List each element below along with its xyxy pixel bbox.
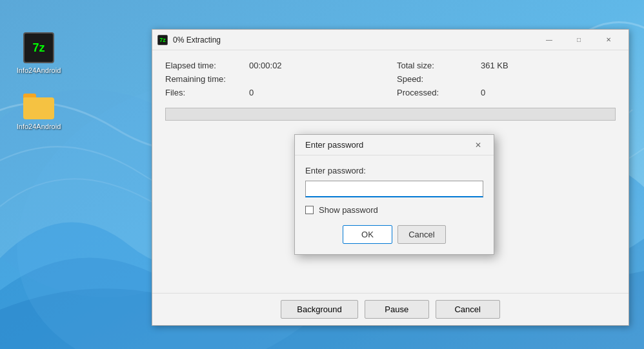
- main-cancel-button[interactable]: Cancel: [436, 300, 500, 319]
- processed-label: Processed:: [397, 88, 474, 97]
- ok-button[interactable]: OK: [343, 225, 392, 244]
- total-size-label: Total size:: [397, 61, 474, 70]
- bottom-buttons: Background Pause Cancel: [152, 293, 629, 325]
- password-dialog: Enter password ✕ Enter password: Show pa…: [294, 134, 494, 255]
- processed-row: Processed: 0: [397, 88, 616, 97]
- show-password-row: Show password: [305, 205, 483, 215]
- dialog-titlebar: Enter password ✕: [295, 135, 494, 155]
- icon-folder-label: Info24Android: [17, 123, 61, 130]
- password-label: Enter password:: [305, 166, 483, 175]
- minimize-button[interactable]: —: [534, 30, 564, 50]
- progress-bar-container: [165, 108, 616, 121]
- show-password-label[interactable]: Show password: [319, 205, 378, 215]
- elapsed-value: 00:00:02: [249, 61, 282, 70]
- folder-icon: [23, 94, 54, 119]
- window-controls: — □ ✕: [534, 30, 623, 50]
- remaining-label: Remaining time:: [165, 74, 243, 84]
- main-extraction-window: 7z 0% Extracting — □ ✕ Elapsed time: 00:…: [152, 29, 629, 326]
- total-size-row: Total size: 361 KB: [397, 61, 616, 70]
- dialog-content: Enter password: Show password OK Cancel: [295, 155, 494, 254]
- dialog-close-button[interactable]: ✕: [470, 137, 486, 153]
- maximize-button[interactable]: □: [564, 30, 594, 50]
- show-password-checkbox[interactable]: [305, 206, 314, 214]
- window-titlebar: 7z 0% Extracting — □ ✕: [152, 30, 629, 50]
- total-size-value: 361 KB: [481, 61, 508, 70]
- speed-label: Speed:: [397, 74, 474, 84]
- files-value: 0: [249, 88, 254, 97]
- password-input[interactable]: [305, 181, 483, 197]
- desktop-icon-folder[interactable]: Info24Android: [13, 94, 65, 130]
- icon-7z-label: Info24Android: [17, 66, 61, 74]
- files-label: Files:: [165, 88, 243, 97]
- desktop: 7z Info24Android Info24Android 7z 0% Ext…: [0, 0, 644, 349]
- window-content: Elapsed time: 00:00:02 Total size: 361 K…: [152, 50, 629, 137]
- window-icon: 7z: [157, 35, 168, 45]
- info-grid: Elapsed time: 00:00:02 Total size: 361 K…: [165, 61, 616, 97]
- files-row: Files: 0: [165, 88, 384, 97]
- pause-button[interactable]: Pause: [365, 300, 429, 319]
- 7z-icon: 7z: [23, 32, 54, 63]
- desktop-icons: 7z Info24Android Info24Android: [13, 32, 65, 130]
- processed-value: 0: [481, 88, 485, 97]
- window-title: 0% Extracting: [173, 35, 534, 45]
- elapsed-row: Elapsed time: 00:00:02: [165, 61, 384, 70]
- dialog-buttons: OK Cancel: [305, 225, 483, 244]
- remaining-row: Remaining time:: [165, 74, 384, 84]
- desktop-icon-7z[interactable]: 7z Info24Android: [13, 32, 65, 74]
- close-button[interactable]: ✕: [594, 30, 623, 50]
- dialog-title: Enter password: [305, 140, 363, 150]
- elapsed-label: Elapsed time:: [165, 61, 243, 70]
- cancel-button[interactable]: Cancel: [397, 225, 446, 244]
- background-button[interactable]: Background: [281, 300, 357, 319]
- speed-row: Speed:: [397, 74, 616, 84]
